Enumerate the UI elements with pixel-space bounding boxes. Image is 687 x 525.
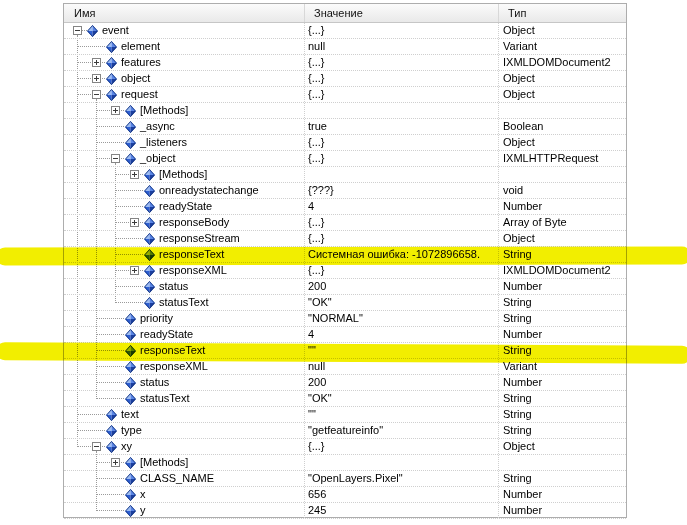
tree-row[interactable]: readyState4Number	[64, 327, 626, 343]
tree-row[interactable]: [Methods]	[64, 103, 626, 119]
tree-row[interactable]: status200Number	[64, 279, 626, 295]
expand-plus-icon[interactable]	[130, 266, 139, 275]
tree-connector-line	[115, 286, 143, 287]
tree-row[interactable]: text""String	[64, 407, 626, 423]
property-name: xy	[121, 439, 132, 454]
property-value: {...}	[305, 71, 498, 86]
tree-row[interactable]: x656Number	[64, 487, 626, 503]
property-type: Object	[499, 23, 626, 38]
tree-connector-line	[115, 190, 143, 191]
property-gem-icon	[144, 169, 155, 181]
property-name: element	[121, 39, 160, 54]
name-cell: _object	[64, 151, 305, 166]
name-cell: features	[64, 55, 305, 70]
collapse-minus-icon[interactable]	[73, 26, 82, 35]
tree-row[interactable]: onreadystatechange{???}void	[64, 183, 626, 199]
name-cell: responseStream	[64, 231, 305, 246]
tree-row[interactable]: request{...}Object	[64, 87, 626, 103]
expand-plus-icon[interactable]	[130, 218, 139, 227]
type-cell: Boolean	[499, 119, 626, 134]
value-cell: {???}	[305, 183, 499, 198]
value-cell: "OK"	[305, 391, 499, 406]
tree-row[interactable]: priority"NORMAL"String	[64, 311, 626, 327]
collapse-minus-icon[interactable]	[92, 90, 101, 99]
property-name: readyState	[159, 199, 212, 214]
expand-plus-icon[interactable]	[111, 106, 120, 115]
tree-row[interactable]: event{...}Object	[64, 23, 626, 39]
property-type: Variant	[499, 39, 626, 54]
name-cell: readyState	[64, 199, 305, 214]
tree-row[interactable]: responseXML{...}IXMLDOMDocument2	[64, 263, 626, 279]
tree-row[interactable]: [Methods]	[64, 455, 626, 471]
property-gem-icon	[106, 73, 117, 85]
name-cell: status	[64, 375, 305, 390]
property-gem-icon	[106, 441, 117, 453]
column-header-value[interactable]: Значение	[305, 4, 499, 22]
tree-row[interactable]: y245Number	[64, 503, 626, 519]
tree-row[interactable]: [Methods]	[64, 167, 626, 183]
tree-row[interactable]: responseBody{...}Array of Byte	[64, 215, 626, 231]
value-cell: "OpenLayers.Pixel"	[305, 471, 499, 486]
type-cell: Array of Byte	[499, 215, 626, 230]
name-cell: xy	[64, 439, 305, 454]
property-value: {...}	[305, 215, 498, 230]
tree-row[interactable]: status200Number	[64, 375, 626, 391]
tree-row[interactable]: type"getfeatureinfo"String	[64, 423, 626, 439]
tree-connector-line	[115, 302, 143, 303]
value-cell: "NORMAL"	[305, 311, 499, 326]
tree-row[interactable]: responseStream{...}Object	[64, 231, 626, 247]
tree-row[interactable]: elementnullVariant	[64, 39, 626, 55]
tree-row[interactable]: CLASS_NAME"OpenLayers.Pixel"String	[64, 471, 626, 487]
tree-rows: event{...}ObjectelementnullVariantfeatur…	[64, 23, 626, 519]
expand-plus-icon[interactable]	[130, 170, 139, 179]
property-gem-icon	[125, 153, 136, 165]
property-name: [Methods]	[159, 167, 207, 182]
tree-row[interactable]: xy{...}Object	[64, 439, 626, 455]
name-cell: _listeners	[64, 135, 305, 150]
tree-row[interactable]: statusText"OK"String	[64, 391, 626, 407]
collapse-minus-icon[interactable]	[92, 442, 101, 451]
property-value: 200	[305, 375, 498, 390]
tree-row[interactable]: readyState4Number	[64, 199, 626, 215]
property-value: {...}	[305, 263, 498, 278]
tree-row[interactable]: _asynctrueBoolean	[64, 119, 626, 135]
collapse-minus-icon[interactable]	[111, 154, 120, 163]
property-gem-icon	[144, 297, 155, 309]
type-cell: Variant	[499, 39, 626, 54]
tree-row[interactable]: _object{...}IXMLHTTPRequest	[64, 151, 626, 167]
property-gem-icon	[144, 265, 155, 277]
type-cell: Object	[499, 439, 626, 454]
value-cell: "OK"	[305, 295, 499, 310]
property-gem-icon	[125, 473, 136, 485]
name-cell: [Methods]	[64, 103, 305, 118]
tree-row[interactable]: features{...}IXMLDOMDocument2	[64, 55, 626, 71]
property-name: responseBody	[159, 215, 229, 230]
expand-plus-icon[interactable]	[92, 74, 101, 83]
tree-connector-line	[77, 414, 105, 415]
column-header-name[interactable]: Имя	[64, 4, 305, 22]
tree-row[interactable]: statusText"OK"String	[64, 295, 626, 311]
marker-highlight	[0, 342, 687, 364]
property-value: "getfeatureinfo"	[305, 423, 498, 438]
expand-plus-icon[interactable]	[92, 58, 101, 67]
property-type: String	[499, 295, 626, 310]
property-name: features	[121, 55, 161, 70]
type-cell: String	[499, 407, 626, 422]
property-type: Number	[499, 199, 626, 214]
type-cell: Number	[499, 279, 626, 294]
property-gem-icon	[144, 281, 155, 293]
property-gem-icon	[106, 57, 117, 69]
tree-connector-line	[96, 510, 124, 511]
name-cell: event	[64, 23, 305, 38]
property-value: 4	[305, 327, 498, 342]
column-header-type[interactable]: Тип	[499, 4, 626, 22]
name-cell: status	[64, 279, 305, 294]
property-name: text	[121, 407, 139, 422]
expand-plus-icon[interactable]	[111, 458, 120, 467]
value-cell: 4	[305, 199, 499, 214]
value-cell: {...}	[305, 263, 499, 278]
tree-row[interactable]: _listeners{...}Object	[64, 135, 626, 151]
tree-row[interactable]: object{...}Object	[64, 71, 626, 87]
property-name: y	[140, 503, 146, 518]
property-value: null	[305, 39, 498, 54]
